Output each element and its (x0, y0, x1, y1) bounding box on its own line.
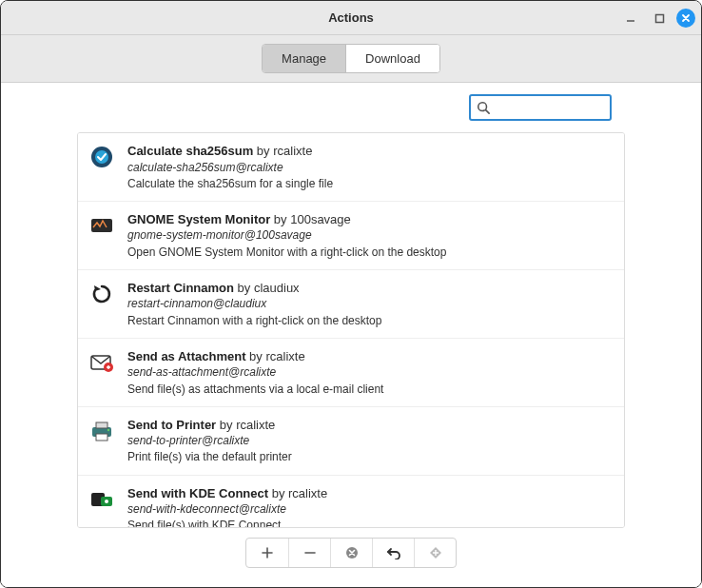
circle-x-icon (345, 546, 359, 559)
list-item-body: Restart Cinnamon by claudiuxrestart-cinn… (127, 280, 611, 328)
item-id: send-with-kdeconnect@rcalixte (127, 501, 611, 517)
actions-list[interactable]: Calculate sha256sum by rcalixtecalculate… (77, 132, 625, 528)
item-description: Print file(s) via the default printer (127, 449, 611, 464)
list-item-title: Restart Cinnamon by claudiux (127, 280, 611, 297)
item-id: send-to-printer@rcalixte (127, 433, 611, 448)
item-author: by claudiux (234, 281, 300, 295)
item-description: Send file(s) with KDE Connect (127, 518, 611, 528)
content-area: Calculate sha256sum by rcalixtecalculate… (1, 83, 701, 587)
item-author: by rcalixte (253, 144, 312, 158)
window-minimize-button[interactable] (619, 7, 642, 29)
titlebar: Actions (1, 1, 701, 35)
kde-icon (89, 487, 114, 512)
list-item[interactable]: Send to Printer by rcalixtesend-to-print… (78, 406, 624, 475)
svg-point-13 (105, 500, 108, 503)
close-icon (681, 13, 691, 23)
checksum-icon (89, 145, 114, 169)
monitor-icon (89, 213, 114, 238)
window-controls (619, 1, 695, 35)
search-icon (477, 101, 490, 114)
undo-button[interactable] (372, 539, 414, 567)
tab-bar: Manage Download (1, 35, 701, 83)
item-name: Send to Printer (127, 418, 216, 432)
item-name: Send as Attachment (127, 349, 246, 363)
list-item-title: GNOME System Monitor by 100savage (127, 211, 611, 228)
item-name: GNOME System Monitor (127, 212, 270, 226)
list-item[interactable]: Calculate sha256sum by rcalixtecalculate… (78, 133, 624, 201)
item-description: Calculate the sha256sum for a single fil… (127, 176, 611, 191)
svg-rect-0 (655, 14, 663, 22)
item-id: calculate-sha256sum@rcalixte (127, 160, 611, 175)
window-close-button[interactable] (676, 9, 695, 28)
search-row (77, 94, 612, 121)
window-maximize-button[interactable] (648, 7, 671, 29)
item-id: gnome-system-monitor@100savage (127, 227, 611, 243)
svg-rect-9 (96, 434, 107, 441)
item-id: restart-cinnamon@claudiux (127, 296, 611, 311)
svg-point-10 (107, 428, 109, 430)
more-button[interactable] (414, 539, 456, 567)
toolbar-group (245, 538, 457, 568)
list-item-body: Send as Attachment by rcalixtesend-as-at… (127, 348, 611, 397)
search-input[interactable] (494, 101, 604, 115)
minus-icon (303, 546, 317, 559)
list-item-title: Send to Printer by rcalixte (127, 417, 611, 434)
item-name: Restart Cinnamon (127, 281, 234, 295)
list-item[interactable]: Send as Attachment by rcalixtesend-as-at… (78, 338, 624, 406)
list-item[interactable]: Send with KDE Connect by rcalixtesend-wi… (78, 475, 624, 528)
list-item-body: Send with KDE Connect by rcalixtesend-wi… (127, 485, 611, 528)
window-title: Actions (1, 10, 701, 25)
tab-manage[interactable]: Manage (263, 45, 345, 72)
item-id: send-as-attachment@rcalixte (127, 364, 611, 380)
item-name: Calculate sha256sum (127, 144, 253, 158)
item-author: by 100savage (270, 212, 351, 226)
item-description: Restart Cinnamon with a right-click on t… (127, 313, 611, 328)
remove-button[interactable] (288, 539, 330, 567)
maximize-icon (654, 13, 665, 24)
list-item[interactable]: GNOME System Monitor by 100savagegnome-s… (78, 201, 624, 269)
list-item-body: Send to Printer by rcalixtesend-to-print… (127, 417, 611, 465)
item-name: Send with KDE Connect (127, 486, 268, 500)
tab-download[interactable]: Download (345, 45, 439, 72)
item-author: by rcalixte (268, 486, 327, 500)
application-window: Actions Manage Download Calculate sha2 (0, 0, 702, 588)
add-button[interactable] (246, 539, 288, 567)
list-item[interactable]: Restart Cinnamon by claudiuxrestart-cinn… (78, 269, 624, 338)
disable-button[interactable] (330, 539, 372, 567)
list-item-title: Send with KDE Connect by rcalixte (127, 485, 611, 502)
list-item-title: Calculate sha256sum by rcalixte (127, 143, 611, 160)
mail-icon (89, 350, 114, 375)
tab-group: Manage Download (262, 44, 440, 73)
printer-icon (89, 419, 114, 443)
diamond-plus-icon (429, 546, 442, 559)
item-author: by rcalixte (246, 349, 305, 363)
restart-icon (89, 282, 114, 306)
list-item-body: GNOME System Monitor by 100savagegnome-s… (127, 211, 611, 260)
minimize-icon (625, 12, 636, 24)
list-item-body: Calculate sha256sum by rcalixtecalculate… (127, 143, 611, 191)
item-description: Send file(s) as attachments via a local … (127, 382, 611, 397)
plus-icon (261, 546, 274, 559)
undo-icon (386, 546, 401, 559)
search-box[interactable] (469, 94, 612, 121)
list-toolbar (77, 538, 625, 568)
item-author: by rcalixte (216, 418, 275, 432)
svg-rect-8 (96, 422, 107, 428)
list-item-title: Send as Attachment by rcalixte (127, 348, 611, 365)
item-description: Open GNOME System Monitor with a right-c… (127, 245, 611, 260)
